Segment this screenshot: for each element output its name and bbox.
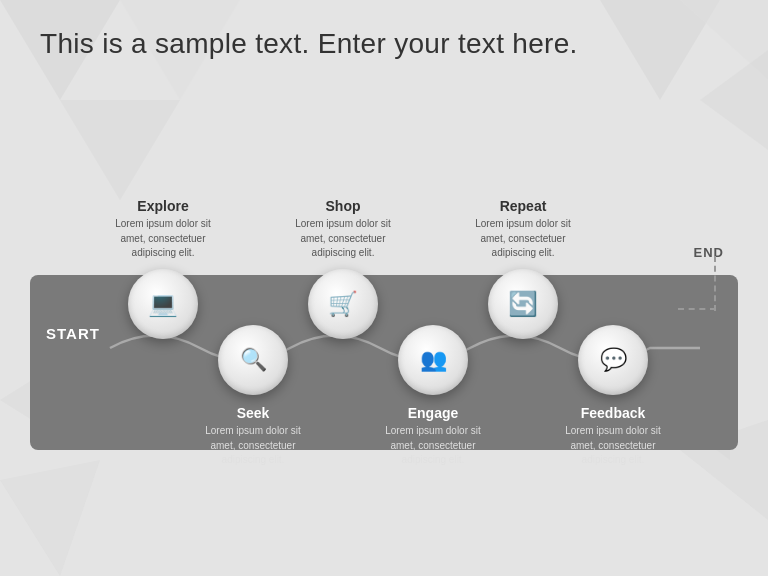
repeat-icon: 🔄 (508, 290, 538, 318)
explore-icon: 💻 (148, 290, 178, 318)
step-feedback: 💬 Feedback Lorem ipsum dolor sit amet, c… (558, 325, 668, 468)
engage-icon: 👥 (420, 347, 447, 373)
seek-label: Seek (237, 405, 270, 421)
dashed-line-horizontal (678, 308, 716, 310)
shop-circle: 🛒 (308, 269, 378, 339)
explore-label: Explore (137, 198, 188, 214)
seek-desc: Lorem ipsum dolor sit amet, consectetuer… (198, 424, 308, 468)
feedback-circle: 💬 (578, 325, 648, 395)
seek-circle: 🔍 (218, 325, 288, 395)
feedback-icon: 💬 (600, 347, 627, 373)
feedback-label: Feedback (581, 405, 646, 421)
engage-circle: 👥 (398, 325, 468, 395)
step-shop: Shop Lorem ipsum dolor sit amet, consect… (288, 198, 398, 339)
title-area: This is a sample text. Enter your text h… (0, 0, 768, 70)
page-title: This is a sample text. Enter your text h… (40, 28, 728, 60)
shop-label: Shop (326, 198, 361, 214)
step-explore: Explore Lorem ipsum dolor sit amet, cons… (108, 198, 218, 339)
step-seek: 🔍 Seek Lorem ipsum dolor sit amet, conse… (198, 325, 308, 468)
step-engage: 👥 Engage Lorem ipsum dolor sit amet, con… (378, 325, 488, 468)
step-repeat: Repeat Lorem ipsum dolor sit amet, conse… (468, 198, 578, 339)
repeat-circle: 🔄 (488, 269, 558, 339)
repeat-label: Repeat (500, 198, 547, 214)
diagram-area: START END Explore Lorem ipsum dolor sit … (0, 130, 768, 510)
explore-desc: Lorem ipsum dolor sit amet, consectetuer… (108, 217, 218, 261)
end-label: END (694, 245, 724, 260)
start-label: START (46, 325, 100, 342)
explore-circle: 💻 (128, 269, 198, 339)
seek-icon: 🔍 (240, 347, 267, 373)
shop-icon: 🛒 (328, 290, 358, 318)
engage-label: Engage (408, 405, 459, 421)
engage-desc: Lorem ipsum dolor sit amet, consectetuer… (378, 424, 488, 468)
feedback-desc: Lorem ipsum dolor sit amet, consectetuer… (558, 424, 668, 468)
dashed-line-vertical (714, 256, 716, 311)
repeat-desc: Lorem ipsum dolor sit amet, consectetuer… (468, 217, 578, 261)
shop-desc: Lorem ipsum dolor sit amet, consectetuer… (288, 217, 398, 261)
